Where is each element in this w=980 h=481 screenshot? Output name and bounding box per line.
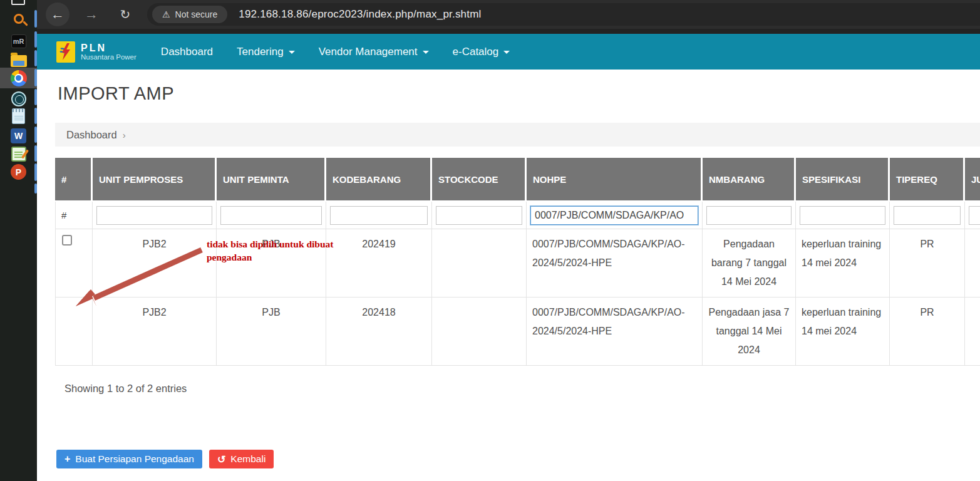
col-header-select: # xyxy=(55,158,93,202)
cell-tipereq: PR xyxy=(890,297,965,366)
menu-ecatalog[interactable]: e-Catalog xyxy=(441,34,522,70)
brand-line1: PLN xyxy=(81,43,137,53)
cell-stockcode xyxy=(432,229,527,297)
annotation-line-1: tidak bisa dipilih untuk dibuat xyxy=(207,237,333,251)
app-navbar: PLN Nusantara Power Dashboard Tendering … xyxy=(37,34,980,70)
cell-tipereq: PR xyxy=(890,229,965,297)
filter-unit-pemproses-input[interactable] xyxy=(96,206,212,225)
col-header-unit-peminta: UNIT PEMINTA xyxy=(217,158,326,202)
cell-jumlah xyxy=(965,229,980,297)
cell-nohpe: 0007/PJB/COMM/SDAGA/KP/AO-2024/5/2024-HP… xyxy=(527,229,703,297)
buat-persiapan-pengadaan-button[interactable]: + Buat Persiapan Pengadaan xyxy=(56,450,202,468)
security-chip[interactable]: ⚠ Not secure xyxy=(152,6,227,23)
browser-reload-button[interactable]: ↻ xyxy=(113,3,137,26)
url-text: 192.168.18.86/eproc2023/index.php/max_pr… xyxy=(239,8,481,21)
browser-toolbar-edge xyxy=(37,29,980,34)
filter-stockcode-input[interactable] xyxy=(436,206,522,225)
mremoteng-icon[interactable]: mR xyxy=(10,33,27,49)
col-header-unit-pemproses: UNIT PEMPROSES xyxy=(93,158,217,202)
taskbar-indicator xyxy=(34,145,37,162)
menu-ecatalog-label: e-Catalog xyxy=(453,46,499,58)
annotation-note: tidak bisa dipilih untuk dibuat pengadaa… xyxy=(207,237,333,264)
kembali-label: Kembali xyxy=(230,453,266,465)
address-bar[interactable]: ⚠ Not secure 192.168.18.86/eproc2023/ind… xyxy=(147,3,980,26)
filter-tipereq-input[interactable] xyxy=(894,206,961,225)
cell-unit-pemproses: PJB2 xyxy=(93,229,217,297)
browser-toolbar: ← → ↻ ⚠ Not secure 192.168.18.86/eproc20… xyxy=(37,0,980,29)
cell-stockcode xyxy=(432,297,527,366)
col-header-spesifikasi: SPESIFIKASI xyxy=(796,158,890,202)
cell-spesifikasi: keperluan training 14 mei 2024 xyxy=(796,297,890,366)
menu-tendering-label: Tendering xyxy=(237,46,284,58)
os-taskbar: mR W P xyxy=(0,0,37,481)
menu-dashboard-label: Dashboard xyxy=(161,46,213,58)
taskbar-indicator xyxy=(34,50,37,66)
cell-kodebarang: 202418 xyxy=(326,297,432,366)
window-partial-icon[interactable] xyxy=(11,0,25,5)
security-chip-label: Not secure xyxy=(175,9,218,19)
taskbar-indicator xyxy=(34,31,37,48)
taskbar-indicator xyxy=(34,163,37,181)
col-header-jumlah: JU xyxy=(965,158,980,202)
cell-nohpe: 0007/PJB/COMM/SDAGA/KP/AO-2024/5/2024-HP… xyxy=(527,297,703,366)
notepadpp-icon[interactable] xyxy=(10,145,27,162)
cell-nmbarang: Pengadaan barang 7 tanggal 14 Mei 2024 xyxy=(703,229,796,297)
col-header-nmbarang: NMBARANG xyxy=(703,158,796,202)
filter-nmbarang-input[interactable] xyxy=(706,206,792,225)
kembali-button[interactable]: ↺ Kembali xyxy=(209,450,274,468)
search-icon[interactable] xyxy=(10,10,27,27)
cell-jumlah xyxy=(965,297,980,366)
col-header-stockcode: STOCKCODE xyxy=(432,158,527,202)
cell-unit-pemproses: PJB2 xyxy=(93,297,217,366)
col-header-tipereq: TIPEREQ xyxy=(890,158,965,202)
main-menu: Dashboard Tendering Vendor Management e-… xyxy=(149,34,522,70)
col-header-nohpe: NOHPE xyxy=(527,158,703,202)
powerpoint-icon[interactable]: P xyxy=(10,163,27,180)
cell-nmbarang: Pengadaan jasa 7 tanggal 14 Mei 2024 xyxy=(703,297,796,366)
menu-dashboard[interactable]: Dashboard xyxy=(149,34,225,70)
cell-spesifikasi: keperluan training 14 mei 2024 xyxy=(796,229,890,297)
browser-forward-button[interactable]: → xyxy=(80,3,103,26)
table-row: PJB2 PJB 202419 0007/PJB/COMM/SDAGA/KP/A… xyxy=(55,229,980,297)
pln-brand[interactable]: PLN Nusantara Power xyxy=(56,41,137,63)
import-amp-table: # UNIT PEMPROSES UNIT PEMINTA KODEBARANG… xyxy=(55,158,980,366)
menu-vendor-management[interactable]: Vendor Management xyxy=(307,34,441,70)
browser-back-button[interactable]: ← xyxy=(46,3,70,26)
cell-kodebarang: 202419 xyxy=(326,229,432,297)
filter-spesifikasi-input[interactable] xyxy=(800,206,885,225)
filter-kodebarang-input[interactable] xyxy=(330,206,428,225)
breadcrumb-separator: › xyxy=(123,130,126,140)
buat-persiapan-pengadaan-label: Buat Persiapan Pengadaan xyxy=(75,453,194,465)
action-buttons: + Buat Persiapan Pengadaan ↺ Kembali xyxy=(56,450,274,468)
filter-jumlah-input[interactable] xyxy=(969,206,980,225)
pln-logo-icon xyxy=(56,41,75,63)
filter-unit-peminta-input[interactable] xyxy=(220,206,322,225)
breadcrumb: Dashboard › xyxy=(55,123,980,147)
chrome-icon[interactable] xyxy=(10,70,27,86)
filter-nohpe-input[interactable] xyxy=(530,206,698,225)
table-filter-row: # xyxy=(55,202,980,229)
filter-hash-label: # xyxy=(55,202,93,229)
word-icon[interactable]: W xyxy=(10,127,27,144)
row-1-checkbox[interactable] xyxy=(62,235,72,246)
breadcrumb-dashboard-link[interactable]: Dashboard xyxy=(66,129,117,141)
taskbar-indicator xyxy=(34,10,37,28)
taskbar-indicator xyxy=(34,127,37,143)
page-title: IMPORT AMP xyxy=(58,83,174,104)
brand-line2: Nusantara Power xyxy=(81,53,137,61)
plus-icon: + xyxy=(64,453,70,465)
menu-tendering[interactable]: Tendering xyxy=(225,34,307,70)
cell-unit-peminta: PJB xyxy=(217,297,326,366)
menu-vendor-management-label: Vendor Management xyxy=(319,46,418,58)
taskbar-indicator xyxy=(34,89,37,105)
notepad-icon[interactable] xyxy=(10,108,27,125)
col-header-kodebarang: KODEBARANG xyxy=(326,158,432,202)
table-header-row: # UNIT PEMPROSES UNIT PEMINTA KODEBARANG… xyxy=(55,158,980,202)
cell-no-checkbox xyxy=(55,297,93,366)
annotation-line-2: pengadaan xyxy=(207,251,333,264)
taskbar-indicator xyxy=(34,184,37,194)
file-explorer-icon[interactable] xyxy=(10,51,27,68)
undo-icon: ↺ xyxy=(217,453,225,465)
globe-app-icon[interactable] xyxy=(10,90,27,107)
warning-icon: ⚠ xyxy=(162,9,170,19)
